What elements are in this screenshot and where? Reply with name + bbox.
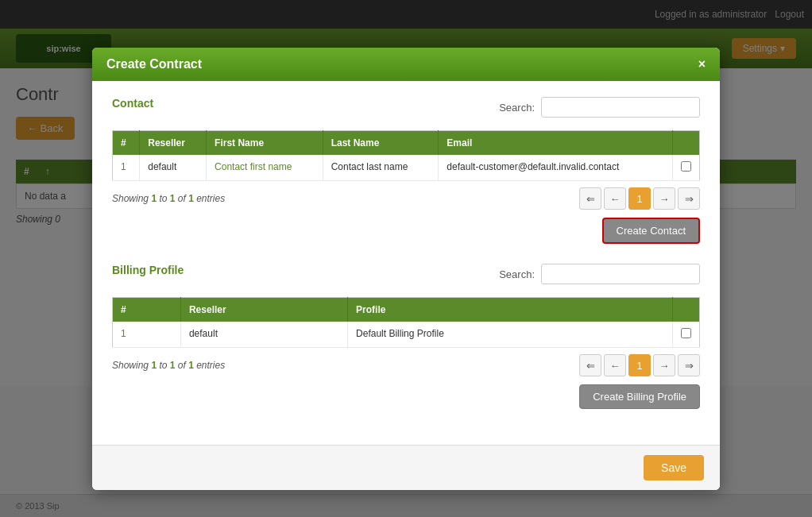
modal-header: Create Contract ×	[92, 48, 720, 81]
contact-col-email: Email	[439, 131, 673, 156]
billing-row-id: 1	[113, 322, 181, 348]
billing-table: # Reseller Profile 1 default Default Bil…	[112, 297, 700, 348]
contact-col-lastname: Last Name	[323, 131, 439, 156]
billing-pagination-row: Showing 1 to 1 of 1 entries ⇐ ← 1 → ⇒	[112, 354, 700, 376]
create-contract-modal: Create Contract × Contact Search: #	[92, 48, 720, 490]
billing-pagination: ⇐ ← 1 → ⇒	[579, 354, 700, 376]
contact-search-input[interactable]	[541, 97, 700, 118]
contact-page-last[interactable]: ⇒	[678, 187, 700, 210]
billing-showing-text: Showing 1 to 1 of 1 entries	[112, 360, 225, 371]
billing-table-header-row: # Reseller Profile	[113, 298, 700, 322]
modal-body: Contact Search: # Reseller First Name La…	[92, 81, 720, 445]
contact-row-email: default-customer@default.invalid.contact	[439, 155, 673, 181]
contact-checkbox[interactable]	[681, 161, 691, 172]
contact-pagination-row: Showing 1 to 1 of 1 entries ⇐ ← 1 → ⇒	[112, 187, 700, 210]
billing-table-row: 1 default Default Billing Profile	[113, 322, 700, 348]
billing-col-profile: Profile	[348, 298, 673, 322]
billing-page-next[interactable]: →	[653, 354, 675, 376]
billing-page-prev[interactable]: ←	[604, 354, 626, 376]
billing-row-reseller: default	[180, 322, 347, 348]
billing-search-input[interactable]	[541, 264, 700, 284]
create-contact-button[interactable]: Create Contact	[602, 218, 700, 244]
billing-col-select	[673, 298, 700, 322]
contact-col-firstname: First Name	[207, 131, 323, 156]
contact-row-lastname: Contact last name	[323, 155, 439, 181]
contact-row-checkbox[interactable]	[673, 155, 700, 181]
billing-action-row: Create Billing Profile	[112, 384, 700, 409]
contact-page-next[interactable]: →	[653, 187, 675, 210]
billing-search-row: Search:	[499, 264, 700, 284]
billing-row-checkbox[interactable]	[673, 322, 700, 348]
modal-overlay: Create Contract × Contact Search: #	[0, 0, 812, 517]
contact-col-reseller: Reseller	[140, 131, 207, 156]
contact-page-prev[interactable]: ←	[604, 187, 626, 210]
billing-page-first[interactable]: ⇐	[579, 354, 601, 376]
modal-close-button[interactable]: ×	[698, 58, 706, 71]
contact-row-reseller: default	[140, 155, 207, 181]
contact-page-first[interactable]: ⇐	[579, 187, 601, 210]
create-billing-profile-button[interactable]: Create Billing Profile	[579, 384, 700, 409]
billing-search-label: Search:	[499, 268, 535, 280]
contact-pagination: ⇐ ← 1 → ⇒	[579, 187, 700, 210]
contact-table: # Reseller First Name Last Name Email 1 …	[112, 130, 700, 181]
billing-col-reseller: Reseller	[180, 298, 347, 322]
contact-col-id: #	[113, 131, 140, 156]
modal-footer: Save	[92, 445, 720, 490]
contact-col-select	[673, 131, 700, 156]
billing-page-1[interactable]: 1	[628, 354, 651, 376]
contact-showing-text: Showing 1 to 1 of 1 entries	[112, 193, 225, 204]
contact-row-firstname: Contact first name	[207, 155, 323, 181]
save-button[interactable]: Save	[644, 455, 704, 480]
billing-section: Billing Profile Search: # Reseller Profi…	[112, 264, 700, 409]
billing-row-profile: Default Billing Profile	[348, 322, 673, 348]
contact-search-row: Search:	[499, 97, 700, 118]
contact-table-header-row: # Reseller First Name Last Name Email	[113, 131, 700, 156]
billing-checkbox[interactable]	[681, 328, 691, 338]
billing-page-last[interactable]: ⇒	[678, 354, 700, 376]
contact-section-title: Contact	[112, 97, 153, 110]
billing-col-id: #	[113, 298, 181, 322]
contact-row-id: 1	[113, 155, 140, 181]
billing-section-title: Billing Profile	[112, 264, 184, 276]
contact-table-row: 1 default Contact first name Contact las…	[113, 155, 700, 181]
contact-action-row: Create Contact	[112, 218, 700, 244]
modal-title: Create Contract	[106, 57, 202, 71]
contact-search-label: Search:	[499, 102, 535, 114]
contact-section: Contact Search: # Reseller First Name La…	[112, 97, 700, 244]
contact-page-1[interactable]: 1	[628, 187, 651, 210]
